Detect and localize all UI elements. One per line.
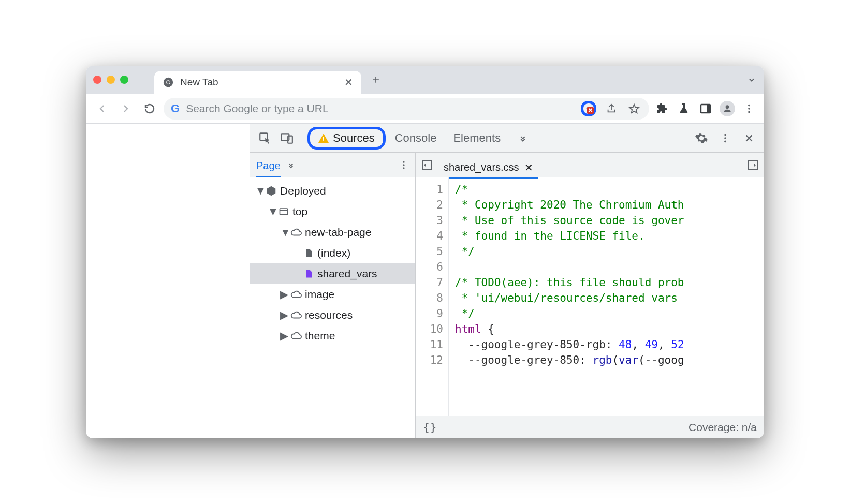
tree-item-image[interactable]: ▶image: [250, 284, 415, 305]
tab-console[interactable]: Console: [388, 127, 444, 149]
devtools-panel: Sources Console Elements Page: [250, 124, 764, 438]
code-statusbar: {} Coverage: n/a: [416, 416, 764, 438]
window-controls: [93, 76, 128, 84]
svg-point-2: [167, 81, 170, 84]
omnibox-actions: [581, 101, 642, 116]
toggle-navigator-button[interactable]: [421, 159, 433, 171]
close-devtools-button[interactable]: [739, 128, 759, 148]
devtools-menu-button[interactable]: [715, 128, 735, 148]
tree-item-shared-vars[interactable]: shared_vars: [250, 263, 415, 284]
svg-point-17: [403, 167, 404, 169]
navigator-pane: Page ▼Deployed ▼top ▼new-tab-page (index…: [250, 153, 416, 438]
svg-rect-20: [748, 161, 757, 169]
tree-item-deployed[interactable]: ▼Deployed: [250, 181, 415, 201]
cloud-icon: [290, 289, 302, 300]
reload-button[interactable]: [140, 99, 159, 118]
navigator-header: Page: [250, 153, 415, 177]
code-header: shared_vars.css ✕: [416, 153, 764, 177]
browser-window: New Tab ✕ G Search Google or type a URL: [86, 66, 764, 438]
tab-title: New Tab: [180, 77, 218, 88]
tab-sources-label: Sources: [333, 131, 375, 145]
error-badge-icon: [587, 107, 594, 114]
settings-button[interactable]: [692, 128, 711, 148]
svg-rect-4: [707, 105, 710, 113]
profile-button[interactable]: [719, 100, 736, 117]
bookmark-button[interactable]: [626, 101, 642, 116]
tab-elements[interactable]: Elements: [446, 127, 508, 149]
chrome-favicon-icon: [163, 77, 174, 88]
tree-item-theme[interactable]: ▶theme: [250, 325, 415, 346]
labs-button[interactable]: [675, 100, 693, 117]
code-editor[interactable]: 123456789101112 /* * Copyright 2020 The …: [416, 177, 764, 416]
open-file-tab[interactable]: shared_vars.css ✕: [438, 158, 538, 179]
box-icon: [266, 185, 277, 197]
file-icon: [303, 247, 314, 259]
navigator-tab-page[interactable]: Page: [256, 160, 281, 177]
svg-point-8: [748, 111, 750, 113]
tab-sources[interactable]: Sources: [307, 127, 386, 150]
svg-point-16: [403, 164, 404, 166]
code-pane: shared_vars.css ✕ 123456789101112 /* * C…: [416, 153, 764, 438]
share-button[interactable]: [604, 101, 619, 116]
svg-point-7: [748, 108, 750, 110]
cloud-icon: [290, 330, 302, 342]
new-tab-button[interactable]: [367, 70, 385, 89]
extensions-button[interactable]: [653, 100, 671, 117]
pretty-print-button[interactable]: {}: [423, 421, 437, 434]
omnibox-placeholder: Search Google or type a URL: [186, 102, 575, 115]
cloud-icon: [290, 227, 302, 238]
close-window-button[interactable]: [93, 76, 101, 84]
separator: [302, 131, 302, 145]
close-tab-button[interactable]: ✕: [344, 76, 353, 88]
code-content: /* * Copyright 2020 The Chromium Auth * …: [449, 177, 764, 416]
side-panel-button[interactable]: [697, 100, 714, 117]
open-file-name: shared_vars.css: [444, 161, 519, 173]
omnibox[interactable]: G Search Google or type a URL: [164, 98, 649, 120]
svg-point-15: [403, 161, 404, 162]
maximize-window-button[interactable]: [120, 76, 128, 84]
svg-rect-18: [280, 209, 288, 215]
google-logo-icon: G: [171, 102, 180, 115]
svg-point-12: [724, 134, 726, 136]
tabs-dropdown-button[interactable]: [746, 75, 757, 85]
tree-item-resources[interactable]: ▶resources: [250, 305, 415, 325]
device-toolbar-button[interactable]: [277, 128, 297, 148]
svg-point-6: [748, 104, 750, 106]
cloud-icon: [290, 309, 302, 321]
page-viewport: [86, 124, 250, 438]
devtools-indicator-button[interactable]: [581, 101, 596, 116]
forward-button[interactable]: [116, 99, 136, 118]
browser-menu-button[interactable]: [740, 100, 758, 117]
tree-item-new-tab-page[interactable]: ▼new-tab-page: [250, 222, 415, 243]
svg-point-14: [724, 140, 726, 142]
tree-item-top[interactable]: ▼top: [250, 201, 415, 222]
file-tree[interactable]: ▼Deployed ▼top ▼new-tab-page (index) sha…: [250, 177, 415, 438]
frame-icon: [278, 206, 289, 217]
tab-strip: New Tab ✕: [86, 66, 764, 94]
css-file-icon: [303, 268, 314, 279]
line-gutter: 123456789101112: [416, 177, 449, 416]
browser-tab[interactable]: New Tab ✕: [154, 71, 361, 94]
content-area: Sources Console Elements Page: [86, 124, 764, 438]
close-file-button[interactable]: ✕: [524, 161, 533, 174]
more-tabs-button[interactable]: [510, 128, 536, 148]
minimize-window-button[interactable]: [107, 76, 115, 84]
tree-item-index[interactable]: (index): [250, 243, 415, 263]
navigator-more-tabs[interactable]: [286, 160, 296, 170]
coverage-status: Coverage: n/a: [688, 421, 757, 434]
svg-rect-19: [422, 161, 432, 169]
inspect-element-button[interactable]: [255, 128, 275, 148]
devtools-body: Page ▼Deployed ▼top ▼new-tab-page (index…: [250, 153, 764, 438]
svg-point-5: [726, 105, 729, 109]
svg-point-13: [724, 137, 726, 139]
toggle-debugger-button[interactable]: [746, 159, 759, 171]
warning-icon: [318, 134, 329, 143]
devtools-tabbar: Sources Console Elements: [250, 124, 764, 153]
back-button[interactable]: [92, 99, 112, 118]
browser-toolbar: G Search Google or type a URL: [86, 94, 764, 124]
navigator-menu-button[interactable]: [399, 160, 409, 170]
